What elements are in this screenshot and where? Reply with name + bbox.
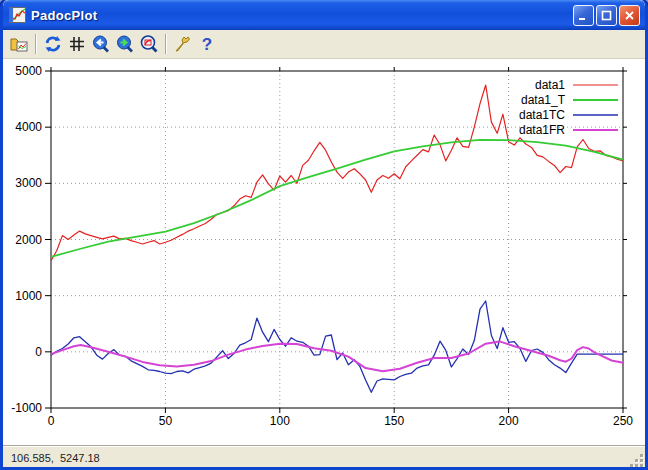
app-icon — [9, 7, 26, 23]
legend-label: data1TC — [519, 108, 565, 122]
minimize-button[interactable] — [573, 5, 594, 26]
y-tick-label: 1000 — [15, 289, 42, 303]
plot-svg[interactable]: -100001000200030004000500005010015020025… — [3, 59, 645, 445]
help-icon: ? — [197, 34, 217, 54]
grid-toggle-button[interactable] — [65, 32, 89, 56]
window-title: PadocPlot — [31, 8, 573, 23]
refresh-button[interactable] — [41, 32, 65, 56]
series-data1FR — [51, 341, 623, 371]
maximize-button[interactable] — [596, 5, 617, 26]
zoom-next-button[interactable] — [113, 32, 137, 56]
zoom-region-icon — [139, 34, 159, 54]
statusbar: 106.585, 5247.18 — [3, 445, 645, 469]
legend-label: data1_T — [521, 93, 566, 107]
minimize-icon — [578, 10, 589, 21]
x-tick-label: 250 — [613, 414, 633, 428]
x-tick-label: 0 — [48, 414, 55, 428]
resize-grip[interactable] — [630, 454, 643, 467]
help-button[interactable]: ? — [195, 32, 219, 56]
close-button[interactable] — [619, 5, 640, 26]
svg-text:?: ? — [202, 35, 212, 54]
x-tick-label: 50 — [159, 414, 173, 428]
zoom-previous-button[interactable] — [89, 32, 113, 56]
legend-label: data1FR — [519, 123, 565, 137]
export-plot-image-icon — [9, 34, 29, 54]
y-tick-label: 4000 — [15, 120, 42, 134]
series-data1TC — [51, 301, 623, 392]
x-tick-label: 200 — [499, 414, 519, 428]
toolbar-separator — [165, 34, 167, 54]
grid-toggle-icon — [67, 34, 87, 54]
maximize-icon — [601, 10, 612, 21]
legend-label: data1 — [535, 78, 565, 92]
y-tick-label: 5000 — [15, 64, 42, 78]
close-icon — [624, 10, 635, 21]
zoom-next-icon — [115, 34, 135, 54]
toolbar-separator — [35, 34, 37, 54]
y-tick-label: 2000 — [15, 233, 42, 247]
settings-button[interactable] — [171, 32, 195, 56]
x-tick-label: 100 — [270, 414, 290, 428]
toolbar: ? — [3, 30, 645, 59]
cursor-coordinates: 106.585, 5247.18 — [11, 452, 100, 464]
padocplot-window: PadocPlot — [0, 0, 648, 470]
y-tick-label: -1000 — [11, 401, 42, 415]
y-tick-label: 0 — [35, 345, 42, 359]
x-tick-label: 150 — [384, 414, 404, 428]
zoom-previous-icon — [91, 34, 111, 54]
series-data1_T — [51, 140, 623, 257]
titlebar[interactable]: PadocPlot — [3, 0, 645, 30]
settings-wrench-icon — [173, 34, 193, 54]
export-plot-image-button[interactable] — [7, 32, 31, 56]
refresh-icon — [43, 34, 63, 54]
y-tick-label: 3000 — [15, 176, 42, 190]
zoom-region-button[interactable] — [137, 32, 161, 56]
plot-canvas[interactable]: -100001000200030004000500005010015020025… — [3, 59, 645, 445]
